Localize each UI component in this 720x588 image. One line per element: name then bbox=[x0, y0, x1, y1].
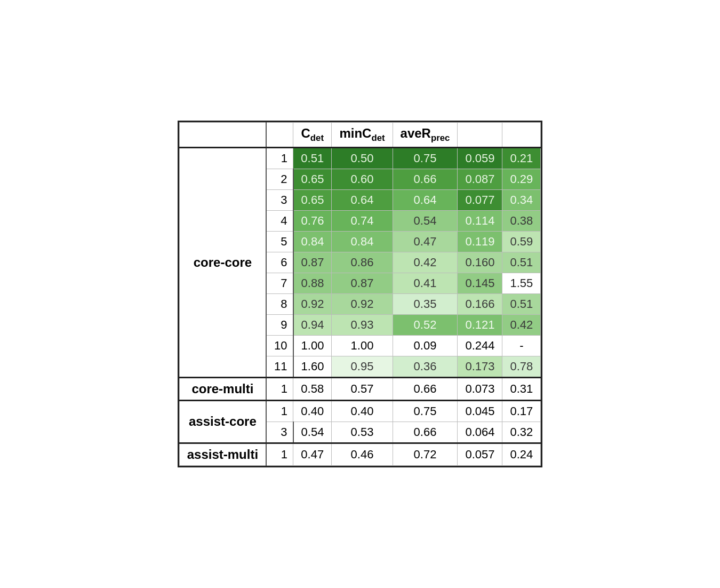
eer-cell: 0.064 bbox=[458, 422, 502, 443]
min-c-det-cell: 0.92 bbox=[332, 293, 393, 314]
ave-r-prec-cell: 0.42 bbox=[393, 252, 458, 273]
min-c-det-cell: 0.86 bbox=[332, 252, 393, 273]
eer-cell: 0.077 bbox=[458, 189, 502, 210]
ave-r-prec-cell: 0.35 bbox=[393, 293, 458, 314]
ave-r-prec-cell: 0.75 bbox=[393, 147, 458, 169]
cllr-cell: 0.59 bbox=[502, 231, 541, 252]
cllr-cell: 0.42 bbox=[502, 314, 541, 335]
ave-r-prec-cell: 0.36 bbox=[393, 356, 458, 377]
cllr-cell: - bbox=[502, 335, 541, 356]
site-cell: 5 bbox=[266, 231, 293, 252]
cllr-cell: 0.34 bbox=[502, 189, 541, 210]
site-cell: 1 bbox=[266, 377, 293, 400]
cllr-cell: 0.31 bbox=[502, 377, 541, 400]
eer-cell: 0.160 bbox=[458, 252, 502, 273]
min-c-det-cell: 0.40 bbox=[332, 400, 393, 422]
eer-cell: 0.166 bbox=[458, 293, 502, 314]
eer-cell: 0.073 bbox=[458, 377, 502, 400]
c-det-cell: 0.51 bbox=[293, 147, 332, 169]
min-c-det-cell: 0.87 bbox=[332, 273, 393, 293]
c-det-cell: 0.58 bbox=[293, 377, 332, 400]
eer-cell: 0.244 bbox=[458, 335, 502, 356]
ave-r-prec-cell: 0.54 bbox=[393, 210, 458, 231]
c-det-cell: 1.00 bbox=[293, 335, 332, 356]
min-c-det-cell: 1.00 bbox=[332, 335, 393, 356]
eer-cell: 0.057 bbox=[458, 443, 502, 465]
site-cell: 7 bbox=[266, 273, 293, 293]
eer-cell: 0.114 bbox=[458, 210, 502, 231]
cond-label-core-core: core-core bbox=[179, 147, 266, 377]
cllr-cell: 0.17 bbox=[502, 400, 541, 422]
ave-r-prec-cell: 0.66 bbox=[393, 169, 458, 189]
min-c-det-cell: 0.95 bbox=[332, 356, 393, 377]
min-c-det-cell: 0.46 bbox=[332, 443, 393, 465]
site-cell: 11 bbox=[266, 356, 293, 377]
eer-cell: 0.087 bbox=[458, 169, 502, 189]
ave-r-prec-cell: 0.09 bbox=[393, 335, 458, 356]
ave-r-prec-cell: 0.64 bbox=[393, 189, 458, 210]
ave-r-prec-cell: 0.47 bbox=[393, 231, 458, 252]
cllr-cell: 0.24 bbox=[502, 443, 541, 465]
site-cell: 3 bbox=[266, 189, 293, 210]
c-det-cell: 0.76 bbox=[293, 210, 332, 231]
site-cell: 4 bbox=[266, 210, 293, 231]
header-cond bbox=[179, 123, 266, 148]
c-det-cell: 0.65 bbox=[293, 189, 332, 210]
eer-cell: 0.173 bbox=[458, 356, 502, 377]
header-min-c-det: minCdet bbox=[332, 123, 393, 148]
c-det-cell: 0.54 bbox=[293, 422, 332, 443]
c-det-cell: 0.65 bbox=[293, 169, 332, 189]
cllr-cell: 0.51 bbox=[502, 293, 541, 314]
ave-r-prec-cell: 0.72 bbox=[393, 443, 458, 465]
site-cell: 1 bbox=[266, 400, 293, 422]
c-det-cell: 0.47 bbox=[293, 443, 332, 465]
header-eer bbox=[458, 123, 502, 148]
min-c-det-cell: 0.93 bbox=[332, 314, 393, 335]
cond-label-assist-core: assist-core bbox=[179, 400, 266, 443]
site-cell: 3 bbox=[266, 422, 293, 443]
c-det-cell: 0.88 bbox=[293, 273, 332, 293]
cllr-cell: 0.29 bbox=[502, 169, 541, 189]
header-c-det: Cdet bbox=[293, 123, 332, 148]
cllr-cell: 1.55 bbox=[502, 273, 541, 293]
site-cell: 10 bbox=[266, 335, 293, 356]
min-c-det-cell: 0.50 bbox=[332, 147, 393, 169]
min-c-det-cell: 0.74 bbox=[332, 210, 393, 231]
results-table: Cdet minCdet aveRprec core-core10.510.50… bbox=[179, 122, 541, 466]
min-c-det-cell: 0.64 bbox=[332, 189, 393, 210]
eer-cell: 0.059 bbox=[458, 147, 502, 169]
c-det-cell: 0.40 bbox=[293, 400, 332, 422]
site-cell: 1 bbox=[266, 147, 293, 169]
ave-r-prec-cell: 0.66 bbox=[393, 422, 458, 443]
eer-cell: 0.121 bbox=[458, 314, 502, 335]
min-c-det-cell: 0.60 bbox=[332, 169, 393, 189]
c-det-cell: 0.92 bbox=[293, 293, 332, 314]
cllr-cell: 0.78 bbox=[502, 356, 541, 377]
min-c-det-cell: 0.84 bbox=[332, 231, 393, 252]
site-cell: 9 bbox=[266, 314, 293, 335]
header-site bbox=[266, 123, 293, 148]
cllr-cell: 0.51 bbox=[502, 252, 541, 273]
cond-label-assist-multi: assist-multi bbox=[179, 443, 266, 465]
cllr-cell: 0.21 bbox=[502, 147, 541, 169]
min-c-det-cell: 0.53 bbox=[332, 422, 393, 443]
c-det-cell: 0.87 bbox=[293, 252, 332, 273]
c-det-cell: 0.84 bbox=[293, 231, 332, 252]
site-cell: 8 bbox=[266, 293, 293, 314]
cllr-cell: 0.32 bbox=[502, 422, 541, 443]
eer-cell: 0.045 bbox=[458, 400, 502, 422]
main-table-wrapper: Cdet minCdet aveRprec core-core10.510.50… bbox=[178, 121, 543, 467]
eer-cell: 0.119 bbox=[458, 231, 502, 252]
header-ave-r-prec: aveRprec bbox=[393, 123, 458, 148]
eer-cell: 0.145 bbox=[458, 273, 502, 293]
c-det-cell: 1.60 bbox=[293, 356, 332, 377]
ave-r-prec-cell: 0.66 bbox=[393, 377, 458, 400]
cond-label-core-multi: core-multi bbox=[179, 377, 266, 400]
ave-r-prec-cell: 0.75 bbox=[393, 400, 458, 422]
header-cllr bbox=[502, 123, 541, 148]
site-cell: 1 bbox=[266, 443, 293, 465]
ave-r-prec-cell: 0.52 bbox=[393, 314, 458, 335]
cllr-cell: 0.38 bbox=[502, 210, 541, 231]
c-det-cell: 0.94 bbox=[293, 314, 332, 335]
site-cell: 2 bbox=[266, 169, 293, 189]
